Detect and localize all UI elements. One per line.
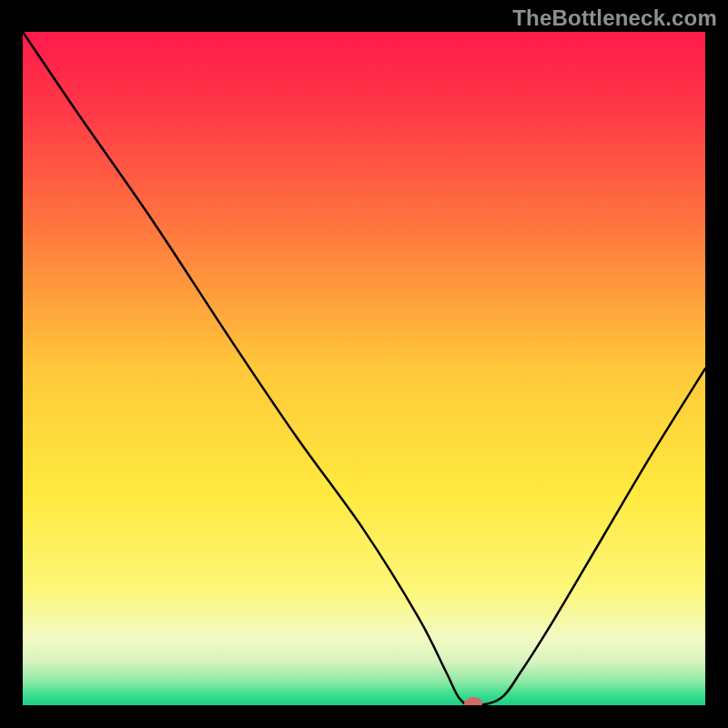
chart-canvas bbox=[23, 32, 705, 705]
plot-area bbox=[23, 32, 705, 705]
watermark-text: TheBottleneck.com bbox=[512, 5, 717, 31]
chart-frame: TheBottleneck.com bbox=[0, 0, 728, 728]
